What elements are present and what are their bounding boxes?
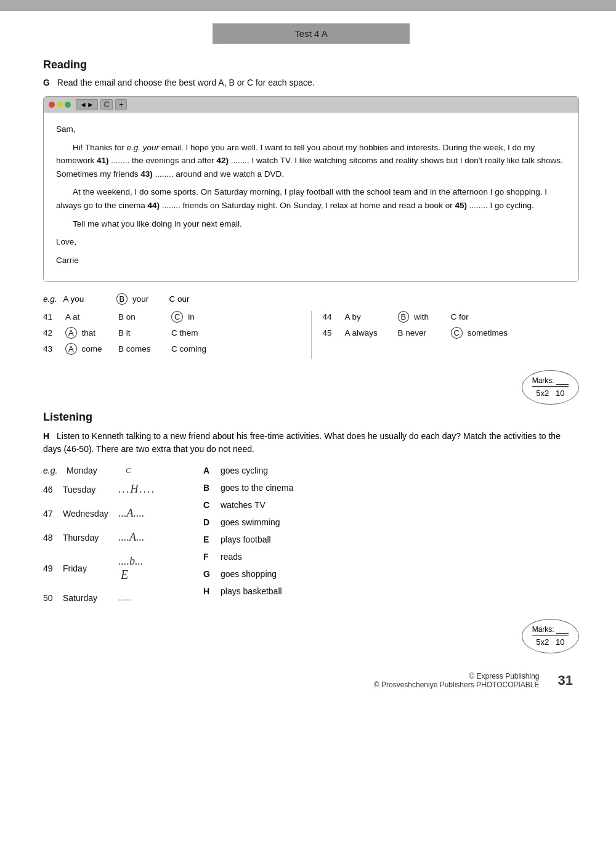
listening-marks-val: 5x2 10	[532, 635, 569, 648]
day-46: 46 Tuesday ...H....	[43, 483, 179, 496]
answer-45-a: A always	[345, 328, 394, 337]
day-eg-num: e.g.	[43, 466, 63, 475]
answer-42-c: C them	[171, 328, 221, 337]
listening-letter: H	[43, 431, 49, 441]
answer-44-c: C for	[451, 312, 500, 321]
activity-c-letter: C	[203, 500, 216, 510]
activity-f-text: reads	[221, 552, 242, 562]
answer-43: 43 A come B comes C coming	[43, 343, 300, 355]
activity-e: E plays football	[203, 535, 579, 544]
day-48-num: 48	[43, 533, 63, 543]
day-47-name: Wednesday	[63, 509, 118, 519]
email-box: ◄► C + Sam, Hi! Thanks for e.g. your ema…	[43, 96, 579, 282]
activity-g-letter: G	[203, 569, 216, 579]
email-body-1: Hi! Thanks for e.g. your email. I hope y…	[56, 141, 566, 181]
answer-43-c: C coming	[171, 344, 221, 353]
activity-d-letter: D	[203, 517, 216, 527]
dot-red	[49, 102, 55, 108]
eg-option-b: B your	[116, 293, 166, 305]
activity-a-text: goes cycling	[221, 466, 268, 475]
answer-44-b: B with	[398, 311, 447, 323]
answer-42-a: A that	[65, 327, 115, 339]
listening-footer-row: Marks: ___ 5x2 10	[43, 619, 579, 653]
answers-grid: 41 A at B on C in 42 A that B it C them	[43, 311, 579, 359]
page-number: 31	[558, 672, 573, 688]
day-50: 50 Saturday .......	[43, 593, 179, 603]
reading-instruction: G Read the email and choose the best wor…	[43, 78, 579, 87]
listening-marks-label: Marks: ___	[532, 624, 569, 635]
back-btn[interactable]: ◄►	[76, 99, 98, 110]
activity-g: G goes shopping	[203, 569, 579, 579]
answer-43-num: 43	[43, 344, 62, 353]
activity-h-letter: H	[203, 586, 216, 596]
day-50-answer: .......	[118, 593, 155, 603]
day-48-name: Thursday	[63, 533, 118, 543]
day-48-answer: ....A...	[118, 531, 155, 544]
instruction-text: Read the email and choose the best word …	[57, 78, 315, 87]
reading-title: Reading	[43, 59, 579, 71]
day-46-num: 46	[43, 485, 63, 495]
listening-section: Listening H Listen to Kenneth talking to…	[43, 411, 579, 653]
activity-c-text: watches TV	[221, 500, 265, 510]
day-47: 47 Wednesday ...A....	[43, 507, 179, 520]
day-47-answer: ...A....	[118, 507, 155, 520]
reading-marks-box: Marks: ___ 5x2 10	[43, 370, 579, 405]
page-inner: Test 4 A Reading G Read the email and ch…	[0, 11, 616, 714]
activity-h: H plays basketball	[203, 586, 579, 596]
top-bar	[0, 0, 616, 11]
email-content: Sam, Hi! Thanks for e.g. your email. I h…	[44, 113, 578, 281]
answer-45-c: C sometimes	[451, 327, 508, 339]
window-dots	[49, 102, 71, 108]
test-title: Test 4 A	[213, 23, 410, 44]
day-49: 49 Friday ....b...E	[43, 555, 179, 582]
dot-yellow	[57, 102, 63, 108]
eg-label: e.g.	[43, 294, 57, 304]
answer-42-b: B it	[118, 328, 168, 337]
day-49-num: 49	[43, 563, 63, 573]
activity-b: B goes to the cinema	[203, 483, 579, 493]
answer-43-b: B comes	[118, 344, 168, 353]
answer-45-num: 45	[323, 328, 341, 337]
email-closing: Love,	[56, 235, 566, 249]
answers-section: e.g. A you B your C our 41 A at B on C i…	[43, 293, 579, 359]
day-eg: e.g. Monday C	[43, 466, 179, 475]
answer-44-a: A by	[345, 312, 394, 321]
plus-btn[interactable]: +	[115, 99, 127, 110]
activity-a: A goes cycling	[203, 466, 579, 475]
dot-green	[65, 102, 71, 108]
listening-instruction-text: Listen to Kenneth talking to a new frien…	[43, 431, 561, 454]
answers-right-col: 44 A by B with C for 45 A always B never…	[323, 311, 580, 359]
page-footer: © Express Publishing © Prosveshcheniye P…	[43, 672, 579, 689]
activity-g-text: goes shopping	[221, 569, 277, 579]
day-49-name: Friday	[63, 563, 118, 573]
day-eg-answer: C	[126, 466, 163, 475]
listening-days: e.g. Monday C 46 Tuesday ...H.... 47 Wed…	[43, 466, 179, 614]
answer-41-a: A at	[65, 312, 115, 321]
answer-41-b: B on	[118, 312, 168, 321]
email-toolbar: ◄► C +	[44, 97, 578, 113]
day-47-num: 47	[43, 509, 63, 519]
day-49-answer: ....b...E	[118, 555, 155, 582]
answers-divider	[311, 311, 312, 359]
answer-41-num: 41	[43, 312, 62, 321]
eg-option-a: A you	[63, 294, 113, 304]
activity-a-letter: A	[203, 466, 216, 475]
listening-activities: A goes cycling B goes to the cinema C wa…	[203, 466, 579, 614]
page: Test 4 A Reading G Read the email and ch…	[0, 0, 616, 848]
day-48: 48 Thursday ....A...	[43, 531, 179, 544]
copyright2: © Prosveshcheniye Publishers PHOTOCOPIAB…	[374, 680, 540, 689]
activity-f: F reads	[203, 552, 579, 562]
day-eg-name: Monday	[67, 466, 122, 475]
marks-val: 5x2 10	[532, 386, 569, 399]
activity-e-letter: E	[203, 535, 216, 544]
activity-c: C watches TV	[203, 500, 579, 510]
email-body-2: At the weekend, I do some sports. On Sat…	[56, 185, 566, 212]
answer-42: 42 A that B it C them	[43, 327, 300, 339]
answer-45-b: B never	[398, 328, 447, 337]
refresh-btn[interactable]: C	[100, 99, 113, 110]
activity-b-text: goes to the cinema	[221, 483, 293, 493]
answers-left-col: 41 A at B on C in 42 A that B it C them	[43, 311, 300, 359]
toolbar-buttons: ◄► C +	[76, 99, 127, 110]
email-signature: Carrie	[56, 254, 566, 267]
day-46-answer: ...H....	[118, 483, 156, 496]
